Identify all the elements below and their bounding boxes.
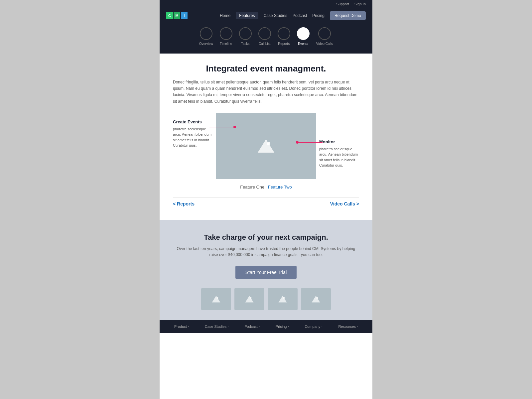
feature-links: Feature One | Feature Two — [173, 185, 359, 190]
svg-point-9 — [317, 297, 318, 299]
top-bar: Support Sign In — [160, 0, 372, 8]
tab-label-call-list: Call List — [259, 42, 271, 46]
chevron-right-icon: › — [227, 325, 228, 328]
support-link[interactable]: Support — [336, 2, 349, 6]
svg-marker-2 — [212, 296, 220, 302]
chevron-right-icon: › — [259, 325, 260, 328]
svg-marker-8 — [312, 296, 320, 302]
thumbnail-mountain-icon-4 — [311, 295, 321, 303]
tab-circle-overview — [200, 27, 212, 40]
footer-pricing[interactable]: Pricing › — [276, 325, 289, 329]
tab-label-events: Events — [298, 42, 308, 46]
tab-timeline[interactable]: Timeline — [220, 27, 232, 49]
feature-two-text: Monitor pharetra scelerisque arcu. Aenea… — [316, 113, 359, 168]
prev-next-nav: < Reports Video Calls > — [173, 198, 359, 210]
tab-overview[interactable]: Overview — [199, 27, 213, 49]
logo-m: M — [174, 12, 180, 19]
tab-label-timeline: Timeline — [220, 42, 232, 46]
start-trial-button[interactable]: Start Your Free Trial — [235, 266, 297, 279]
footer-case-studies[interactable]: Case Studies › — [205, 325, 228, 329]
active-tab-pointer — [295, 49, 303, 53]
logo-c: C — [166, 12, 173, 19]
nav-features[interactable]: Features — [236, 12, 258, 19]
tab-circle-tasks — [239, 27, 252, 40]
thumbnail-row — [173, 288, 359, 310]
navigation: C M I Home Features Case Studies Podcast… — [160, 8, 372, 23]
svg-point-5 — [250, 297, 252, 299]
svg-marker-6 — [279, 296, 287, 302]
chevron-right-icon: › — [321, 325, 322, 328]
feature-one-text: Create Events pharetra scelerisque arcu.… — [173, 113, 216, 148]
tab-reports[interactable]: Reports — [278, 27, 290, 49]
feature-image — [216, 113, 316, 179]
tab-pointer-wrapper — [160, 49, 372, 54]
tab-label-tasks: Tasks — [241, 42, 250, 46]
svg-marker-0 — [258, 139, 274, 153]
svg-point-3 — [217, 297, 218, 299]
footer-company[interactable]: Company › — [305, 325, 322, 329]
svg-marker-4 — [245, 296, 254, 302]
cta-title: Take charge of your next campaign. — [173, 233, 359, 242]
nav-home[interactable]: Home — [220, 13, 230, 18]
thumbnail-mountain-icon-2 — [244, 295, 254, 303]
thumbnail-1 — [201, 288, 231, 310]
nav-prev-link[interactable]: < Reports — [173, 201, 195, 206]
thumbnail-mountain-icon-1 — [211, 295, 221, 303]
feature-one-body: pharetra scelerisque arcu. Aenean bibend… — [173, 126, 213, 148]
chevron-right-icon: › — [188, 325, 189, 328]
nav-pricing[interactable]: Pricing — [312, 13, 325, 18]
tab-circle-events — [297, 27, 310, 40]
thumbnail-2 — [234, 288, 264, 310]
feature-two-body: pharetra scelerisque arcu. Aenean bibend… — [319, 146, 359, 168]
thumbnail-4 — [301, 288, 331, 310]
tab-label-video-calls: Video Calls — [316, 42, 333, 46]
main-content: Integrated event managment. Donec fringi… — [160, 54, 372, 220]
feature-one-link-text: Feature One — [240, 185, 264, 190]
mountain-icon — [256, 138, 276, 154]
cta-section: Take charge of your next campaign. Over … — [160, 220, 372, 320]
cta-description: Over the last ten years, campaign manage… — [173, 246, 359, 258]
nav-case-studies[interactable]: Case Studies — [264, 13, 287, 18]
tab-circle-timeline — [220, 27, 232, 40]
thumbnail-3 — [268, 288, 298, 310]
nav-next-link[interactable]: Video Calls > — [330, 201, 359, 206]
logo-i: I — [181, 12, 188, 19]
footer-podcast[interactable]: Podcast › — [244, 325, 260, 329]
svg-point-7 — [283, 297, 285, 299]
feature-two-link[interactable]: Feature Two — [268, 185, 292, 190]
tab-tasks[interactable]: Tasks — [239, 27, 252, 49]
feature-two-title: Monitor — [319, 139, 359, 144]
svg-point-1 — [267, 142, 270, 145]
tab-circle-video-calls — [318, 27, 331, 40]
tab-circle-call-list — [258, 27, 271, 40]
feature-tabs: Overview Timeline Tasks Call List Report… — [160, 23, 372, 49]
thumbnail-mountain-icon-3 — [278, 295, 288, 303]
page-title: Integrated event managment. — [173, 64, 359, 74]
section-description: Donec fringilla, tellus sit amet pellent… — [173, 79, 359, 105]
feature-image-wrapper — [216, 113, 316, 179]
chevron-right-icon: › — [288, 325, 289, 328]
tab-label-reports: Reports — [278, 42, 290, 46]
tab-label-overview: Overview — [199, 42, 213, 46]
footer-product[interactable]: Product › — [174, 325, 189, 329]
signin-link[interactable]: Sign In — [354, 2, 366, 6]
chevron-right-icon: › — [357, 325, 358, 328]
feature-separator: | — [266, 185, 268, 190]
tab-call-list[interactable]: Call List — [258, 27, 271, 49]
logo: C M I — [166, 12, 188, 19]
feature-one-title: Create Events — [173, 119, 213, 124]
footer: Product › Case Studies › Podcast › Prici… — [160, 320, 372, 333]
nav-podcast[interactable]: Podcast — [293, 13, 307, 18]
tab-video-calls[interactable]: Video Calls — [316, 27, 333, 49]
request-demo-button[interactable]: Request Demo — [330, 11, 366, 20]
nav-links: Home Features Case Studies Podcast Prici… — [220, 11, 366, 20]
footer-resources[interactable]: Resources › — [338, 325, 358, 329]
tab-events[interactable]: Events — [297, 27, 310, 49]
feature-area: Create Events pharetra scelerisque arcu.… — [173, 113, 359, 179]
tab-circle-reports — [278, 27, 290, 40]
